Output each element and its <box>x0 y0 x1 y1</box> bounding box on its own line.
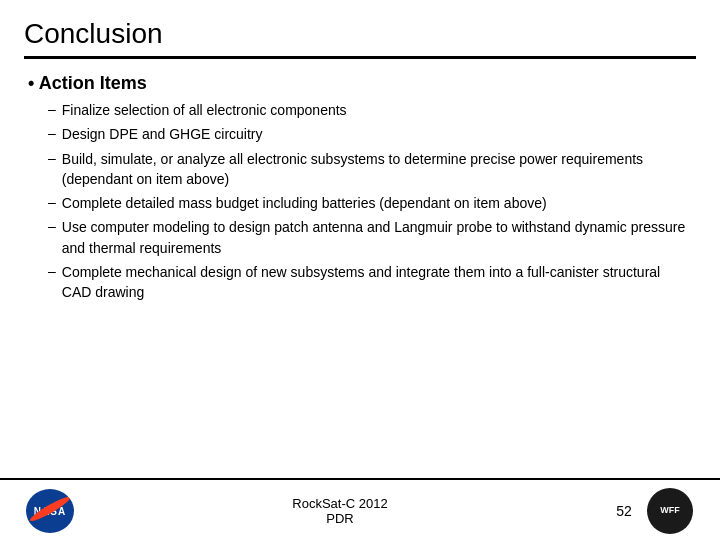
header-area: Conclusion <box>0 0 720 59</box>
footer-event: RockSat-C 2012 <box>76 496 604 511</box>
dash-icon: – <box>48 100 56 117</box>
footer-center: RockSat-C 2012 PDR <box>76 496 604 526</box>
list-item: – Use computer modeling to design patch … <box>28 217 692 258</box>
item-text-4: Complete detailed mass budget including … <box>62 193 547 213</box>
slide-title: Conclusion <box>24 18 696 50</box>
nasa-logo-text: NASA <box>34 506 66 517</box>
wff-logo: WFF <box>647 488 693 534</box>
dash-icon: – <box>48 193 56 210</box>
slide-container: Conclusion • Action Items – Finalize sel… <box>0 0 720 540</box>
wff-logo-text: WFF <box>660 506 680 516</box>
item-text-3: Build, simulate, or analyze all electron… <box>62 149 692 190</box>
list-item: – Complete detailed mass budget includin… <box>28 193 692 213</box>
dash-icon: – <box>48 124 56 141</box>
dash-icon: – <box>48 262 56 279</box>
main-bullet-label: • Action Items <box>28 73 692 94</box>
item-text-5: Use computer modeling to design patch an… <box>62 217 692 258</box>
footer-area: NASA RockSat-C 2012 PDR 52 WFF <box>0 478 720 540</box>
list-item: – Build, simulate, or analyze all electr… <box>28 149 692 190</box>
content-area: • Action Items – Finalize selection of a… <box>0 59 720 478</box>
item-text-1: Finalize selection of all electronic com… <box>62 100 347 120</box>
list-item: – Finalize selection of all electronic c… <box>28 100 692 120</box>
list-item: – Design DPE and GHGE circuitry <box>28 124 692 144</box>
item-text-6: Complete mechanical design of new subsys… <box>62 262 692 303</box>
footer-subtitle: PDR <box>76 511 604 526</box>
dash-icon: – <box>48 217 56 234</box>
nasa-logo: NASA <box>26 489 74 533</box>
list-item: – Complete mechanical design of new subs… <box>28 262 692 303</box>
page-number: 52 <box>604 503 644 519</box>
item-text-2: Design DPE and GHGE circuitry <box>62 124 263 144</box>
wff-logo-container: WFF <box>644 487 696 535</box>
dash-icon: – <box>48 149 56 166</box>
nasa-logo-container: NASA <box>24 487 76 535</box>
